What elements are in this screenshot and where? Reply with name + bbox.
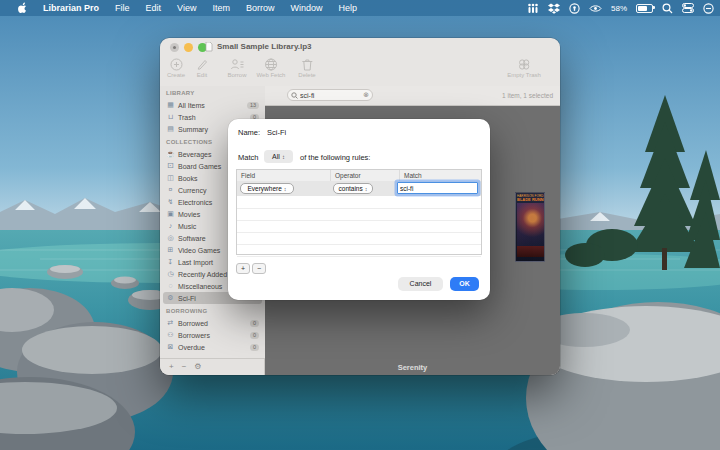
sidebar-bottom-bar: + − ⚙ — [160, 358, 265, 375]
import-icon: ↧ — [166, 256, 175, 268]
battery-percent: 58% — [611, 4, 627, 13]
search-bar-row: ⊗ 1 item, 1 selected — [265, 86, 560, 106]
action-gear-button[interactable]: ⚙ — [194, 359, 201, 375]
count-badge: 13 — [247, 102, 259, 109]
grid-icon: ▦ — [166, 99, 175, 111]
empty-trash-button[interactable]: Empty Trash — [507, 58, 541, 78]
match-column-header: Match — [400, 170, 481, 181]
coin-icon: ¤ — [166, 184, 175, 196]
match-suffix: of the following rules: — [300, 153, 370, 162]
ok-button[interactable]: OK — [450, 277, 479, 291]
operator-popup[interactable]: contains ↕ — [333, 183, 373, 194]
pencil-icon — [196, 58, 209, 71]
plus-circle-icon — [169, 58, 182, 71]
sidebar-item-borrowers[interactable]: ⚇ Borrowers 0 — [163, 329, 262, 341]
book-icon: ◫ — [166, 172, 175, 184]
match-value-input[interactable] — [397, 182, 478, 194]
menu-bar: Librarian Pro File Edit View Item Borrow… — [0, 0, 720, 16]
globe-icon — [265, 58, 278, 71]
control-center-icon[interactable] — [682, 3, 694, 13]
edit-button[interactable]: Edit — [196, 58, 209, 78]
field-column-header: Field — [237, 170, 331, 181]
toolbar: Create Edit Borrow Web Fetch Del — [160, 56, 560, 87]
operator-column-header: Operator — [331, 170, 400, 181]
dropbox-icon[interactable] — [548, 3, 560, 14]
create-button[interactable]: Create — [167, 58, 185, 78]
desktop: Small Sample Library.lp3 Create Edit Bor… — [0, 0, 720, 450]
apple-logo-icon — [18, 2, 27, 13]
four-circles-icon — [517, 58, 531, 71]
battery-icon[interactable] — [636, 4, 653, 13]
app-menu-title[interactable]: Librarian Pro — [35, 0, 107, 16]
add-rule-button[interactable]: + — [236, 263, 250, 274]
window-title: Small Sample Library.lp3 — [217, 38, 312, 56]
eye-icon[interactable] — [589, 4, 602, 13]
toggle-status-icon[interactable] — [703, 3, 714, 14]
web-fetch-button[interactable]: Web Fetch — [257, 58, 286, 78]
clear-search-icon[interactable]: ⊗ — [363, 90, 369, 100]
smart-collection-dialog: Name: Sci-Fi Match All ↕ of the followin… — [228, 119, 490, 300]
rules-table: Field Operator Match Everywhere ↕ contai… — [236, 169, 482, 255]
delete-button[interactable]: Delete — [298, 58, 315, 78]
sidebar-item-overdue[interactable]: ⊠ Overdue 0 — [163, 341, 262, 353]
sidebar-item-all-items[interactable]: ▦ All Items 13 — [163, 99, 262, 111]
poster-title-text: BLADE RUNNER — [517, 197, 545, 202]
menu-view[interactable]: View — [169, 0, 204, 16]
bolt-icon: ↯ — [166, 196, 175, 208]
empty-rule-row — [237, 244, 481, 257]
sidebar-section-library: LIBRARY — [160, 86, 265, 99]
menu-help[interactable]: Help — [330, 0, 365, 16]
search-input[interactable] — [300, 92, 361, 99]
die-icon: ⚀ — [166, 160, 175, 172]
rule-row: Everywhere ↕ contains ↕ — [237, 181, 481, 196]
field-popup[interactable]: Everywhere ↕ — [240, 183, 294, 194]
title-bar[interactable]: Small Sample Library.lp3 — [160, 38, 560, 56]
cup-icon: ☕ — [166, 148, 175, 160]
report-icon: ▤ — [166, 123, 175, 135]
poster-artwork — [517, 203, 545, 246]
remove-rule-button[interactable]: − — [252, 263, 266, 274]
match-label: Match — [238, 153, 258, 162]
document-icon — [205, 42, 213, 52]
add-collection-button[interactable]: + — [169, 359, 174, 375]
count-badge: 0 — [250, 344, 259, 351]
calendar-alert-icon: ⊠ — [166, 341, 175, 353]
spotlight-search-icon[interactable] — [662, 3, 673, 14]
remove-collection-button[interactable]: − — [182, 359, 187, 375]
sidebar-section-borrowing: BORROWING — [160, 304, 265, 317]
clock-icon: ◷ — [166, 268, 175, 280]
movie-poster-thumbnail[interactable]: HARRISON FORD BLADE RUNNER — [515, 192, 545, 262]
borrow-button[interactable]: Borrow — [227, 58, 246, 78]
poster-credits-strip — [517, 246, 545, 257]
close-button[interactable] — [170, 43, 179, 52]
count-badge: 0 — [250, 332, 259, 339]
search-field[interactable]: ⊗ — [287, 89, 373, 101]
count-badge: 0 — [250, 320, 259, 327]
disc-icon: ◎ — [166, 232, 175, 244]
menu-window[interactable]: Window — [282, 0, 330, 16]
match-popup[interactable]: All ↕ — [264, 150, 293, 163]
apple-menu[interactable] — [10, 0, 35, 16]
menu-borrow[interactable]: Borrow — [238, 0, 283, 16]
menu-edit[interactable]: Edit — [138, 0, 170, 16]
smart-collection-gear-icon: ⚙ — [166, 292, 175, 304]
circle-icon: ◌ — [166, 280, 175, 292]
sidebar-item-borrowed[interactable]: ⇄ Borrowed 0 — [163, 317, 262, 329]
people-icon: ⚇ — [166, 329, 175, 341]
people-status-icon[interactable] — [527, 3, 539, 14]
onepassword-icon[interactable] — [569, 3, 580, 14]
menu-item[interactable]: Item — [204, 0, 238, 16]
item-count-status: 1 item, 1 selected — [502, 92, 553, 99]
film-icon: ▣ — [166, 208, 175, 220]
trash-icon: ⊔ — [166, 111, 175, 123]
cancel-button[interactable]: Cancel — [398, 277, 443, 291]
selected-item-title: Serenity — [265, 363, 560, 372]
stepper-icon: ↕ — [284, 186, 287, 192]
stepper-icon: ↕ — [282, 154, 285, 160]
menu-file[interactable]: File — [107, 0, 138, 16]
music-note-icon: ♪ — [166, 220, 175, 232]
minimize-button[interactable] — [184, 43, 193, 52]
trash-icon — [301, 58, 313, 71]
name-label: Name: — [238, 128, 260, 137]
name-value[interactable]: Sci-Fi — [267, 128, 286, 137]
